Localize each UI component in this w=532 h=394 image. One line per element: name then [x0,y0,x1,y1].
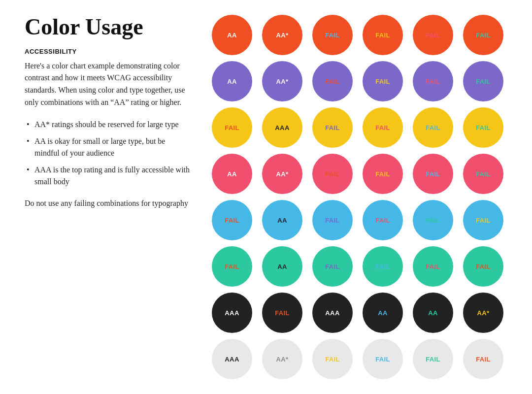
circle-r5-c1: AA [262,246,302,287]
circle-r5-c5: FAIL [463,246,503,287]
page-container: Color Usage ACCESSIBILITY Here's a color… [15,0,517,394]
circle-r4-c5: FAIL [463,200,503,240]
bullet-list: AA* ratings should be reserved for large… [25,119,192,188]
circle-r7-c2: FAIL [312,339,353,379]
footer-text: Do not use any failing combinations for … [25,197,192,209]
circle-r4-c1: AA [262,200,302,240]
circle-r0-c0: AA [212,15,252,55]
circle-r3-c3: FAIL [363,154,403,194]
description: Here's a color chart example demonstrati… [25,60,192,109]
circle-r6-c4: AA [413,293,453,333]
page-title: Color Usage [25,15,192,40]
left-panel: Color Usage ACCESSIBILITY Here's a color… [25,15,192,209]
circle-r5-c2: FAIL [312,246,353,287]
circle-r6-c1: FAIL [262,293,302,333]
circle-r1-c0: AA [212,61,252,101]
circle-r2-c1: AAA [262,107,302,148]
circle-r0-c4: FAIL [413,15,453,55]
circle-r2-c5: FAIL [463,107,503,148]
circle-r2-c2: FAIL [312,107,353,148]
circle-r2-c4: FAIL [413,107,453,148]
circle-r4-c4: FAIL [413,200,453,240]
circle-r2-c0: FAIL [212,107,252,148]
circle-r6-c2: AAA [312,293,353,333]
circle-r3-c0: AA [212,154,252,194]
circle-r4-c0: FAIL [212,200,252,240]
circle-r3-c5: FAIL [463,154,503,194]
circle-r0-c1: AA* [262,15,302,55]
circle-r6-c0: AAA [212,293,252,333]
accessibility-label: ACCESSIBILITY [25,48,192,55]
circle-r7-c4: FAIL [413,339,453,379]
circle-r7-c1: AA* [262,339,302,379]
circle-r7-c3: FAIL [363,339,403,379]
circle-r4-c2: FAIL [312,200,353,240]
circle-r0-c5: FAIL [463,15,503,55]
circle-r1-c2: FAIL [312,61,353,101]
circle-r1-c4: FAIL [413,61,453,101]
circle-r7-c0: AAA [212,339,252,379]
circle-r2-c3: FAIL [363,107,403,148]
circle-r1-c5: FAIL [463,61,503,101]
circle-r5-c0: FAIL [212,246,252,287]
bullet-item-2: AA is okay for small or large type, but … [27,135,192,159]
circle-r7-c5: FAIL [463,339,503,379]
circle-r3-c1: AA* [262,154,302,194]
circle-r0-c3: FAIL [363,15,403,55]
circle-r6-c5: AA* [463,293,503,333]
circle-r3-c4: FAIL [413,154,453,194]
bullet-item-1: AA* ratings should be reserved for large… [27,119,192,131]
circle-r5-c4: FAIL [413,246,453,287]
circle-r3-c2: FAIL [312,154,353,194]
color-grid: AAAA*FAILFAILFAILFAILAAAA*FAILFAILFAILFA… [212,15,507,379]
circle-r1-c1: AA* [262,61,302,101]
circle-r5-c3: FAIL [363,246,403,287]
circle-r0-c2: FAIL [312,15,353,55]
circle-r4-c3: FAIL [363,200,403,240]
circle-r1-c3: FAIL [363,61,403,101]
bullet-item-3: AAA is the top rating and is fully acces… [27,164,192,188]
circle-r6-c3: AA [363,293,403,333]
